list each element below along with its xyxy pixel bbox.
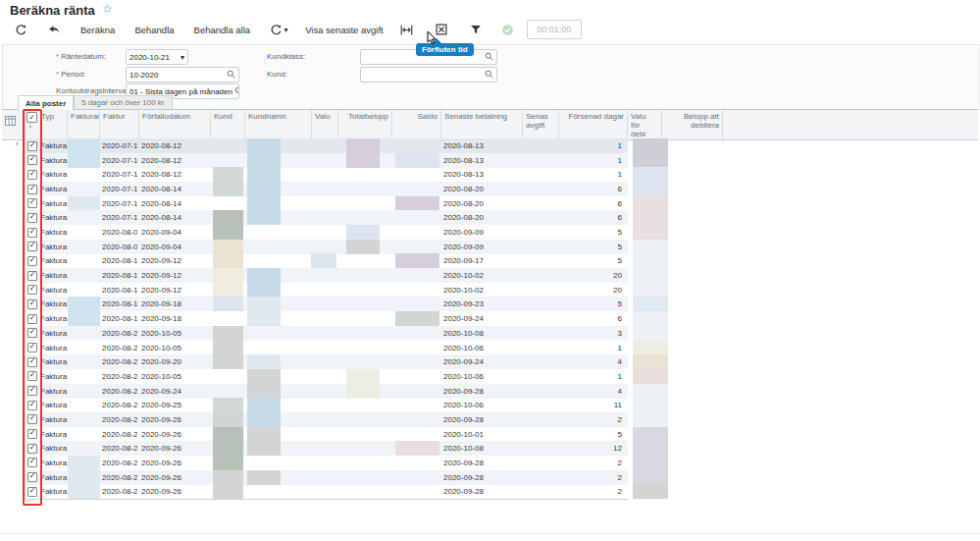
row-checkbox-checked[interactable] — [27, 170, 37, 180]
table-row[interactable]: Faktura2020-07-172020-08-122020-08-131 — [25, 138, 628, 153]
col-header-forfallodatum[interactable]: Förfallodatum — [139, 110, 211, 139]
row-checkbox-checked[interactable] — [27, 271, 37, 281]
table-row[interactable]: Faktura2020-08-272020-10-052020-10-061 — [25, 369, 628, 384]
table-row[interactable]: Faktura2020-07-172020-08-142020-08-206 — [25, 210, 628, 225]
refresh-icon[interactable] — [13, 22, 28, 37]
row-checkbox-checked[interactable] — [27, 429, 37, 439]
table-row[interactable]: Faktura2020-07-172020-08-142020-08-206 — [25, 182, 628, 196]
berakna-button[interactable]: Beräkna — [80, 25, 115, 35]
row-checkbox-checked[interactable] — [27, 155, 37, 165]
row-checkbox-checked[interactable] — [27, 299, 37, 309]
table-row[interactable]: Faktura2020-08-072020-09-042020-09-095 — [25, 225, 628, 240]
row-checkbox-checked[interactable] — [27, 285, 37, 295]
cell-fakturadatum: 2020-07-17 — [100, 153, 137, 168]
table-row[interactable]: Faktura2020-08-272020-09-262020-09-282 — [25, 456, 628, 470]
table-row[interactable]: Faktura2020-08-272020-10-052020-10-061 — [25, 341, 628, 355]
row-checkbox-checked[interactable] — [27, 328, 37, 338]
table-row[interactable]: Faktura2020-08-272020-09-252020-10-0611 — [25, 398, 628, 412]
table-row[interactable]: Faktura2020-07-172020-08-122020-08-131 — [25, 153, 628, 168]
row-checkbox-checked[interactable] — [27, 185, 37, 194]
col-header-fakturanr[interactable]: Fakturan — [68, 110, 100, 139]
row-checkbox-checked[interactable] — [27, 472, 37, 482]
table-row[interactable]: Faktura2020-08-272020-09-202020-09-244 — [25, 354, 628, 369]
redacted-cell-valdeb — [633, 225, 668, 240]
row-checkbox-checked[interactable] — [27, 343, 37, 352]
redacted-cell-valdeb — [633, 297, 668, 311]
col-header-saldo[interactable]: Saldo — [392, 110, 441, 139]
table-row[interactable]: Faktura2020-08-272020-09-262020-09-282 — [25, 470, 628, 485]
col-header-kund[interactable]: Kund — [211, 110, 245, 139]
cell-forsenad_dagar: 2 — [559, 412, 628, 427]
row-checkbox-checked[interactable] — [27, 386, 37, 396]
grid-settings-icon[interactable] — [5, 112, 16, 130]
elapsed-time-input[interactable] — [527, 20, 582, 39]
table-row[interactable]: Faktura2020-08-272020-09-262020-10-015 — [25, 427, 628, 442]
chevron-down-icon[interactable]: ▾ — [181, 53, 184, 62]
select-all-arrow-icon[interactable]: ↓ — [28, 122, 32, 129]
table-row[interactable]: Faktura2020-08-172020-09-122020-10-0220 — [25, 283, 628, 298]
table-row[interactable]: Faktura2020-08-172020-09-182020-09-246 — [25, 311, 628, 326]
redacted-cell-kund — [213, 354, 243, 369]
col-header-belopp[interactable]: Belopp att debitera — [662, 110, 723, 139]
table-row[interactable]: Faktura2020-07-172020-08-142020-08-206 — [25, 196, 628, 211]
table-row[interactable]: Faktura2020-07-172020-08-122020-08-131 — [25, 167, 628, 182]
row-checkbox-checked[interactable] — [27, 242, 37, 251]
table-row[interactable]: Faktura2020-08-172020-09-182020-09-235 — [25, 297, 628, 311]
row-checkbox-checked[interactable] — [27, 256, 37, 266]
cell-forsenad_dagar: 1 — [559, 341, 628, 355]
redacted-cell-kund — [213, 297, 243, 311]
filter-icon[interactable] — [468, 22, 484, 37]
behandla-alla-button[interactable]: Behandla alla — [194, 25, 251, 35]
table-row[interactable]: Faktura2020-08-272020-10-052020-10-083 — [25, 326, 628, 341]
row-checkbox-checked[interactable] — [27, 314, 37, 324]
col-header-typ[interactable]: Typ — [38, 110, 68, 139]
col-header-senas_avgift[interactable]: Senas avgift — [523, 110, 559, 139]
row-checkbox-checked[interactable] — [27, 371, 37, 381]
redacted-cell-kundnamn — [247, 297, 281, 311]
row-checkbox-checked[interactable] — [27, 414, 37, 424]
table-row[interactable]: Faktura2020-08-272020-09-262020-09-282 — [25, 412, 628, 427]
col-header-kundnamn[interactable]: Kundnamn — [245, 110, 312, 139]
visa-senaste-avgift-button[interactable]: Visa senaste avgift — [305, 25, 384, 35]
rantedatum-field[interactable]: 2020-10-21 ▾ — [126, 49, 188, 65]
tab-alla-poster[interactable]: Alla poster — [18, 95, 74, 110]
period-field[interactable]: 10-2020 — [126, 67, 239, 82]
col-header-fakturadatum[interactable]: Faktur — [100, 110, 139, 139]
cell-senaste_betalning: 2020-08-20 — [441, 182, 523, 196]
favorite-star-icon[interactable]: ☆ — [102, 2, 113, 16]
refresh-menu-button[interactable]: ▾ — [266, 22, 291, 37]
row-checkbox-checked[interactable] — [27, 213, 37, 223]
col-header-valu[interactable]: Valu — [312, 110, 338, 139]
row-checkbox-checked[interactable] — [27, 401, 37, 410]
behandla-button[interactable]: Behandla — [134, 25, 174, 35]
row-checkbox-checked[interactable] — [27, 198, 37, 208]
row-checkbox-checked[interactable] — [27, 487, 37, 497]
col-header-totalbelopp[interactable]: Totalbelopp — [338, 110, 392, 139]
redacted-cell-valdeb — [633, 341, 668, 355]
table-row[interactable]: Faktura2020-08-272020-09-262020-10-0812 — [25, 441, 628, 456]
redacted-cell-fakturanr — [68, 470, 100, 485]
cell-senaste_betalning: 2020-09-28 — [441, 384, 523, 399]
row-checkbox-checked[interactable] — [27, 444, 37, 454]
search-icon[interactable] — [485, 52, 493, 63]
kund-field[interactable] — [360, 67, 497, 82]
col-header-senaste_betalning[interactable]: Senaste betalning — [441, 110, 523, 139]
row-checkbox-checked[interactable] — [27, 228, 37, 238]
fit-width-icon[interactable] — [399, 22, 415, 37]
col-header-valdeb[interactable]: Valu för debi — [628, 110, 662, 139]
undo-icon[interactable] — [45, 22, 61, 37]
table-row[interactable]: Faktura2020-08-272020-09-262020-09-282 — [25, 484, 628, 499]
col-header-forsenad_dagar[interactable]: Försenad dagar — [559, 110, 628, 139]
table-row[interactable]: Faktura2020-08-172020-09-122020-10-0220 — [25, 268, 628, 283]
row-checkbox-checked[interactable] — [27, 357, 37, 367]
search-icon[interactable] — [485, 70, 493, 81]
row-checkbox-checked[interactable] — [27, 141, 37, 151]
cell-typ: Faktura — [38, 398, 68, 412]
search-icon[interactable] — [227, 70, 235, 81]
search-icon[interactable] — [234, 86, 239, 97]
table-row[interactable]: Faktura2020-08-272020-09-242020-09-284 — [25, 384, 628, 399]
table-row[interactable]: Faktura2020-08-072020-09-042020-09-095 — [25, 240, 628, 254]
row-checkbox-checked[interactable] — [27, 458, 37, 467]
tab-5-dagar[interactable]: 5 dagar och över 100 kr — [74, 95, 173, 109]
table-row[interactable]: Faktura2020-08-172020-09-122020-09-175 — [25, 253, 628, 268]
